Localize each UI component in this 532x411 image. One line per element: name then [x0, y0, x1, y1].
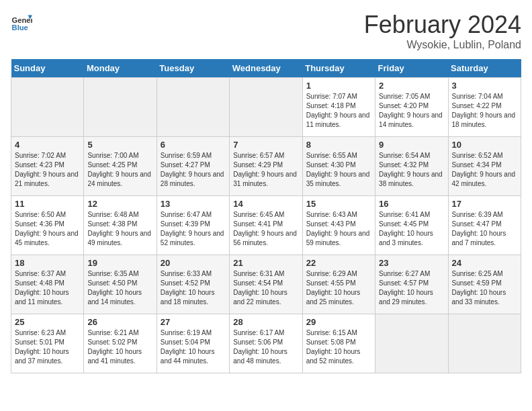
- table-row: 25Sunrise: 6:23 AM Sunset: 5:01 PM Dayli…: [11, 314, 84, 373]
- table-row: 5Sunrise: 7:00 AM Sunset: 4:25 PM Daylig…: [84, 137, 157, 196]
- col-wednesday: Wednesday: [230, 59, 302, 78]
- title-block: February 2024 Wysokie, Lublin, Poland: [364, 11, 521, 51]
- table-row: 7Sunrise: 6:57 AM Sunset: 4:29 PM Daylig…: [230, 137, 302, 196]
- table-row: 9Sunrise: 6:54 AM Sunset: 4:32 PM Daylig…: [375, 137, 448, 196]
- table-row: 10Sunrise: 6:52 AM Sunset: 4:34 PM Dayli…: [448, 137, 521, 196]
- day-info: Sunrise: 7:04 AM Sunset: 4:22 PM Dayligh…: [452, 92, 517, 130]
- table-row: 27Sunrise: 6:19 AM Sunset: 5:04 PM Dayli…: [157, 314, 229, 373]
- calendar-week-row: 4Sunrise: 7:02 AM Sunset: 4:23 PM Daylig…: [11, 137, 521, 196]
- day-info: Sunrise: 6:35 AM Sunset: 4:50 PM Dayligh…: [87, 269, 152, 307]
- day-number: 21: [233, 258, 298, 268]
- calendar-week-row: 1Sunrise: 7:07 AM Sunset: 4:18 PM Daylig…: [11, 78, 521, 137]
- table-row: [157, 78, 229, 137]
- table-row: 11Sunrise: 6:50 AM Sunset: 4:36 PM Dayli…: [11, 196, 84, 255]
- day-info: Sunrise: 6:23 AM Sunset: 5:01 PM Dayligh…: [15, 328, 80, 366]
- day-number: 13: [161, 199, 226, 209]
- day-number: 29: [306, 317, 371, 327]
- table-row: [375, 314, 448, 373]
- table-row: 24Sunrise: 6:25 AM Sunset: 4:59 PM Dayli…: [448, 255, 521, 314]
- day-number: 11: [15, 199, 80, 209]
- day-number: 3: [452, 81, 517, 91]
- table-row: 26Sunrise: 6:21 AM Sunset: 5:02 PM Dayli…: [84, 314, 157, 373]
- table-row: 23Sunrise: 6:27 AM Sunset: 4:57 PM Dayli…: [375, 255, 448, 314]
- table-row: 16Sunrise: 6:41 AM Sunset: 4:45 PM Dayli…: [375, 196, 448, 255]
- table-row: 21Sunrise: 6:31 AM Sunset: 4:54 PM Dayli…: [230, 255, 302, 314]
- day-info: Sunrise: 7:00 AM Sunset: 4:25 PM Dayligh…: [87, 151, 152, 189]
- logo: General Blue: [11, 11, 32, 32]
- day-number: 26: [87, 317, 152, 327]
- logo-icon: General Blue: [11, 11, 32, 32]
- table-row: 17Sunrise: 6:39 AM Sunset: 4:47 PM Dayli…: [448, 196, 521, 255]
- day-info: Sunrise: 6:59 AM Sunset: 4:27 PM Dayligh…: [161, 151, 226, 189]
- day-info: Sunrise: 6:50 AM Sunset: 4:36 PM Dayligh…: [15, 210, 80, 248]
- table-row: 4Sunrise: 7:02 AM Sunset: 4:23 PM Daylig…: [11, 137, 84, 196]
- table-row: 19Sunrise: 6:35 AM Sunset: 4:50 PM Dayli…: [84, 255, 157, 314]
- day-info: Sunrise: 6:48 AM Sunset: 4:38 PM Dayligh…: [87, 210, 152, 248]
- table-row: [84, 78, 157, 137]
- day-number: 8: [306, 140, 371, 150]
- table-row: 14Sunrise: 6:45 AM Sunset: 4:41 PM Dayli…: [230, 196, 302, 255]
- day-info: Sunrise: 6:43 AM Sunset: 4:43 PM Dayligh…: [306, 210, 371, 248]
- table-row: 2Sunrise: 7:05 AM Sunset: 4:20 PM Daylig…: [375, 78, 448, 137]
- day-number: 28: [233, 317, 298, 327]
- day-number: 20: [161, 258, 226, 268]
- day-info: Sunrise: 6:41 AM Sunset: 4:45 PM Dayligh…: [379, 210, 444, 248]
- day-info: Sunrise: 6:52 AM Sunset: 4:34 PM Dayligh…: [452, 151, 517, 189]
- table-row: 18Sunrise: 6:37 AM Sunset: 4:48 PM Dayli…: [11, 255, 84, 314]
- day-number: 6: [161, 140, 226, 150]
- day-number: 10: [452, 140, 517, 150]
- col-saturday: Saturday: [448, 59, 521, 78]
- day-info: Sunrise: 6:27 AM Sunset: 4:57 PM Dayligh…: [379, 269, 444, 307]
- table-row: 22Sunrise: 6:29 AM Sunset: 4:55 PM Dayli…: [302, 255, 375, 314]
- table-row: 1Sunrise: 7:07 AM Sunset: 4:18 PM Daylig…: [302, 78, 375, 137]
- day-number: 18: [15, 258, 80, 268]
- day-number: 5: [87, 140, 152, 150]
- day-number: 2: [379, 81, 444, 91]
- col-tuesday: Tuesday: [157, 59, 229, 78]
- calendar-header-row: Sunday Monday Tuesday Wednesday Thursday…: [11, 59, 521, 78]
- day-number: 25: [15, 317, 80, 327]
- table-row: 3Sunrise: 7:04 AM Sunset: 4:22 PM Daylig…: [448, 78, 521, 137]
- day-info: Sunrise: 6:57 AM Sunset: 4:29 PM Dayligh…: [233, 151, 298, 189]
- day-info: Sunrise: 7:02 AM Sunset: 4:23 PM Dayligh…: [15, 151, 80, 189]
- day-info: Sunrise: 6:45 AM Sunset: 4:41 PM Dayligh…: [233, 210, 298, 248]
- day-info: Sunrise: 6:37 AM Sunset: 4:48 PM Dayligh…: [15, 269, 80, 307]
- day-info: Sunrise: 6:31 AM Sunset: 4:54 PM Dayligh…: [233, 269, 298, 307]
- calendar-week-row: 18Sunrise: 6:37 AM Sunset: 4:48 PM Dayli…: [11, 255, 521, 314]
- page-header: General Blue February 2024 Wysokie, Lubl…: [11, 11, 521, 51]
- day-info: Sunrise: 6:15 AM Sunset: 5:08 PM Dayligh…: [306, 328, 371, 366]
- col-friday: Friday: [375, 59, 448, 78]
- col-monday: Monday: [84, 59, 157, 78]
- day-number: 24: [452, 258, 517, 268]
- day-number: 23: [379, 258, 444, 268]
- day-info: Sunrise: 6:19 AM Sunset: 5:04 PM Dayligh…: [161, 328, 226, 366]
- day-number: 16: [379, 199, 444, 209]
- svg-text:Blue: Blue: [12, 24, 28, 32]
- day-number: 15: [306, 199, 371, 209]
- table-row: 12Sunrise: 6:48 AM Sunset: 4:38 PM Dayli…: [84, 196, 157, 255]
- day-number: 17: [452, 199, 517, 209]
- col-thursday: Thursday: [302, 59, 375, 78]
- day-info: Sunrise: 7:05 AM Sunset: 4:20 PM Dayligh…: [379, 92, 444, 130]
- table-row: 28Sunrise: 6:17 AM Sunset: 5:06 PM Dayli…: [230, 314, 302, 373]
- day-number: 27: [161, 317, 226, 327]
- table-row: [11, 78, 84, 137]
- day-number: 9: [379, 140, 444, 150]
- day-info: Sunrise: 6:21 AM Sunset: 5:02 PM Dayligh…: [87, 328, 152, 366]
- day-info: Sunrise: 6:17 AM Sunset: 5:06 PM Dayligh…: [233, 328, 298, 366]
- day-number: 4: [15, 140, 80, 150]
- day-info: Sunrise: 7:07 AM Sunset: 4:18 PM Dayligh…: [306, 92, 371, 130]
- day-number: 14: [233, 199, 298, 209]
- table-row: [448, 314, 521, 373]
- day-info: Sunrise: 6:55 AM Sunset: 4:30 PM Dayligh…: [306, 151, 371, 189]
- day-number: 19: [87, 258, 152, 268]
- day-number: 12: [87, 199, 152, 209]
- day-info: Sunrise: 6:39 AM Sunset: 4:47 PM Dayligh…: [452, 210, 517, 248]
- day-info: Sunrise: 6:25 AM Sunset: 4:59 PM Dayligh…: [452, 269, 517, 307]
- table-row: 8Sunrise: 6:55 AM Sunset: 4:30 PM Daylig…: [302, 137, 375, 196]
- day-info: Sunrise: 6:29 AM Sunset: 4:55 PM Dayligh…: [306, 269, 371, 307]
- table-row: 20Sunrise: 6:33 AM Sunset: 4:52 PM Dayli…: [157, 255, 229, 314]
- table-row: 15Sunrise: 6:43 AM Sunset: 4:43 PM Dayli…: [302, 196, 375, 255]
- calendar-title: February 2024: [364, 11, 521, 39]
- day-info: Sunrise: 6:33 AM Sunset: 4:52 PM Dayligh…: [161, 269, 226, 307]
